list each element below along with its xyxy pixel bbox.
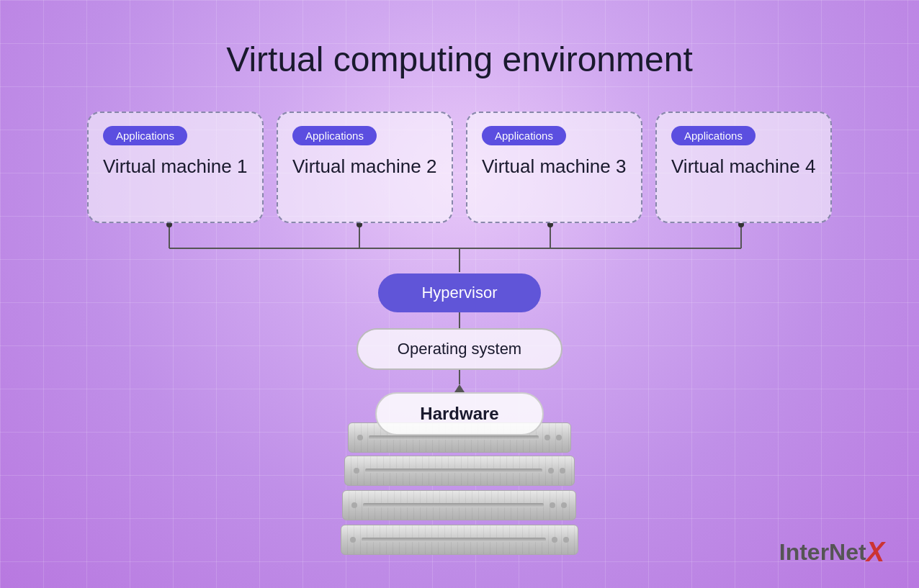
diagram: Applications Virtual machine 1 Applicati… (0, 112, 919, 556)
app-badge-4: Applications (671, 126, 756, 145)
vm-card-4: Applications Virtual machine 4 (655, 112, 832, 223)
app-badge-3: Applications (482, 126, 566, 145)
server-led (354, 468, 359, 474)
server-led (351, 502, 357, 508)
server-slot (363, 503, 544, 507)
svg-point-9 (738, 223, 744, 227)
server-led (357, 435, 363, 440)
page-title: Virtual computing environment (0, 0, 919, 79)
svg-point-8 (547, 223, 553, 227)
connector-os-hardware (454, 370, 465, 392)
hardware-box: Hardware (375, 392, 543, 435)
server-led (350, 537, 356, 543)
svg-point-6 (166, 223, 172, 227)
server-led (552, 537, 557, 543)
app-badge-2: Applications (292, 126, 377, 145)
server-stack (337, 422, 582, 556)
server-slot (362, 538, 546, 542)
vm-card-3: Applications Virtual machine 3 (466, 112, 642, 223)
app-badge-1: Applications (103, 126, 187, 145)
os-box: Operating system (357, 328, 562, 370)
server-unit-3 (342, 490, 576, 520)
server-unit-4 (341, 525, 578, 555)
server-led (544, 435, 550, 440)
vm-card-2: Applications Virtual machine 2 (277, 112, 453, 223)
vm-label-1: Virtual machine 1 (103, 155, 248, 178)
server-unit-2 (344, 456, 575, 486)
server-led (556, 435, 562, 440)
server-led (563, 537, 569, 543)
connector-hypervisor-os (459, 312, 460, 328)
server-slot (365, 469, 542, 473)
svg-point-7 (357, 223, 362, 227)
vm-card-1: Applications Virtual machine 1 (87, 112, 264, 223)
server-led (561, 502, 567, 508)
server-led (550, 502, 555, 508)
server-led (560, 468, 565, 474)
vm-label-3: Virtual machine 3 (482, 155, 627, 178)
connector-lines (81, 223, 838, 273)
hardware-section: Hardware (337, 392, 582, 556)
vm-label-2: Virtual machine 2 (292, 155, 437, 178)
server-led (548, 468, 554, 474)
server-slot (369, 435, 539, 440)
arrow-up-icon (454, 384, 465, 392)
hypervisor-box: Hypervisor (378, 273, 540, 312)
vm-label-4: Virtual machine 4 (671, 155, 816, 178)
vm-row: Applications Virtual machine 1 Applicati… (87, 112, 832, 223)
